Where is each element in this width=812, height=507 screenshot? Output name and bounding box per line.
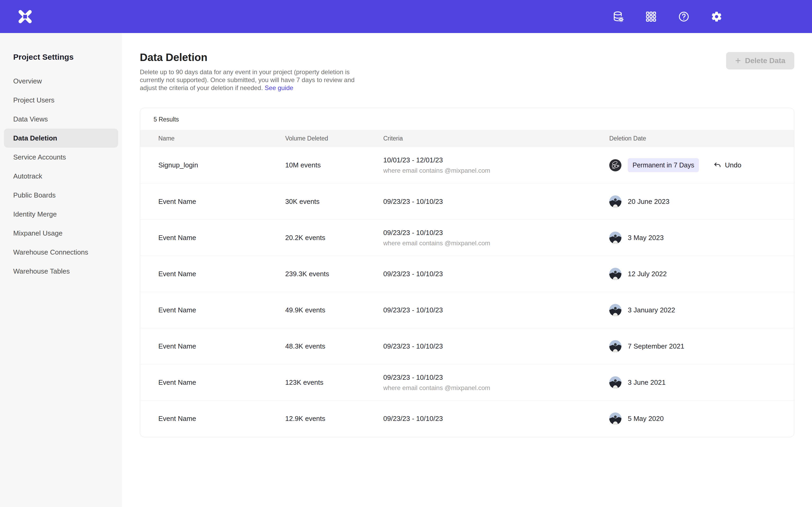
database-gear-icon[interactable] (612, 10, 624, 23)
permanent-badge: Permanent in 7 Days (628, 158, 699, 172)
user-avatar (609, 304, 621, 316)
sidebar-item-label: Project Users (13, 96, 54, 104)
user-avatar (609, 268, 621, 280)
deletion-date: 5 May 2020 (628, 414, 664, 423)
row-deletion-cell: 5 May 2020 (609, 412, 794, 425)
page-description-text: Delete up to 90 days data for any event … (140, 68, 354, 91)
row-criteria-cell: 10/01/23 - 12/01/23 where email contains… (383, 156, 609, 174)
sidebar-item-label: Mixpanel Usage (13, 229, 62, 237)
sidebar-item-label: Overview (13, 77, 42, 85)
row-deletion-cell: 3 May 2023 (609, 232, 794, 244)
deletion-date: 7 September 2021 (628, 342, 684, 350)
table-header-row: Name Volume Deleted Criteria Deletion Da… (140, 130, 794, 147)
row-criteria: 09/23/23 - 10/10/23 (383, 229, 609, 237)
main-content: Data Deletion Delete up to 90 days data … (122, 33, 812, 507)
deletion-table-card: 5 Results Name Volume Deleted Criteria D… (140, 108, 794, 437)
row-deletion-cell: 3 January 2022 (609, 304, 794, 316)
user-avatar (609, 195, 621, 208)
mascot-avatar (609, 159, 621, 171)
row-deletion-cell: Permanent in 7 Days Undo (609, 158, 794, 172)
sidebar-item-label: Identity Merge (13, 210, 57, 218)
table-row: Event Name 30K events 09/23/23 - 10/10/2… (140, 183, 794, 219)
sidebar-item-data-views[interactable]: Data Views (4, 110, 118, 129)
row-deletion-cell: 3 June 2021 (609, 376, 794, 388)
sidebar-item-identity-merge[interactable]: Identity Merge (4, 205, 118, 224)
sidebar-nav: OverviewProject UsersData ViewsData Dele… (0, 71, 122, 281)
delete-data-label: Delete Data (745, 57, 785, 65)
user-avatar (609, 412, 621, 425)
sidebar-item-data-deletion[interactable]: Data Deletion (4, 129, 118, 148)
sidebar: Project Settings OverviewProject UsersDa… (0, 33, 122, 507)
deletion-date: 3 January 2022 (628, 306, 675, 314)
sidebar-item-public-boards[interactable]: Public Boards (4, 186, 118, 205)
sidebar-item-warehouse-connections[interactable]: Warehouse Connections (4, 243, 118, 262)
row-criteria: 09/23/23 - 10/10/23 (383, 342, 609, 350)
row-criteria-detail: where email contains @mixpanel.com (383, 384, 609, 392)
sidebar-item-label: Service Accounts (13, 153, 66, 161)
delete-data-button[interactable]: + Delete Data (726, 52, 794, 69)
page-head: Data Deletion Delete up to 90 days data … (140, 52, 794, 92)
table-row: Event Name 49.9K events 09/23/23 - 10/10… (140, 292, 794, 328)
results-count: 5 Results (140, 108, 794, 130)
row-volume: 239.3K events (285, 270, 383, 278)
column-header-criteria: Criteria (383, 135, 609, 142)
row-criteria-cell: 09/23/23 - 10/10/23 (383, 306, 609, 314)
column-header-volume: Volume Deleted (285, 135, 383, 142)
row-criteria-detail: where email contains @mixpanel.com (383, 239, 609, 247)
sidebar-item-mixpanel-usage[interactable]: Mixpanel Usage (4, 224, 118, 243)
row-criteria: 09/23/23 - 10/10/23 (383, 198, 609, 206)
row-criteria: 09/23/23 - 10/10/23 (383, 306, 609, 314)
row-volume: 10M events (285, 161, 383, 169)
undo-button[interactable]: Undo (713, 161, 741, 170)
topbar-icons (612, 10, 723, 23)
sidebar-item-label: Warehouse Connections (13, 248, 88, 257)
row-criteria-cell: 09/23/23 - 10/10/23 (383, 198, 609, 206)
see-guide-link[interactable]: See guide (265, 84, 293, 91)
table-row: Event Name 48.3K events 09/23/23 - 10/10… (140, 328, 794, 364)
row-name: Event Name (158, 306, 285, 314)
table-row: Event Name 20.2K events 09/23/23 - 10/10… (140, 219, 794, 256)
sidebar-item-overview[interactable]: Overview (4, 71, 118, 91)
sidebar-item-service-accounts[interactable]: Service Accounts (4, 148, 118, 167)
mixpanel-logo[interactable] (17, 9, 33, 24)
sidebar-item-label: Warehouse Tables (13, 267, 70, 275)
row-criteria: 09/23/23 - 10/10/23 (383, 374, 609, 382)
user-avatar (609, 232, 621, 244)
sidebar-item-label: Data Deletion (13, 134, 57, 142)
column-header-name: Name (158, 135, 285, 142)
row-deletion-cell: 20 June 2023 (609, 195, 794, 208)
undo-icon (713, 161, 722, 170)
user-avatar (609, 376, 621, 388)
sidebar-item-warehouse-tables[interactable]: Warehouse Tables (4, 262, 118, 281)
settings-icon[interactable] (710, 10, 723, 23)
row-deletion-cell: 12 July 2022 (609, 268, 794, 280)
row-criteria-cell: 09/23/23 - 10/10/23 (383, 342, 609, 350)
deletion-date: 3 June 2021 (628, 378, 666, 387)
row-name: Event Name (158, 342, 285, 350)
row-name: Signup_login (158, 161, 285, 169)
page-title: Data Deletion (140, 52, 372, 63)
user-avatar (609, 340, 621, 352)
sidebar-title: Project Settings (13, 53, 122, 61)
table-row: Event Name 12.9K events 09/23/23 - 10/10… (140, 400, 794, 437)
apps-grid-icon[interactable] (645, 10, 657, 23)
row-volume: 49.9K events (285, 306, 383, 314)
help-icon[interactable] (677, 10, 690, 23)
row-volume: 12.9K events (285, 414, 383, 423)
row-name: Event Name (158, 414, 285, 423)
row-name: Event Name (158, 378, 285, 387)
topbar (0, 0, 812, 33)
deletion-date: 3 May 2023 (628, 234, 664, 242)
sidebar-item-autotrack[interactable]: Autotrack (4, 167, 118, 186)
sidebar-item-project-users[interactable]: Project Users (4, 91, 118, 110)
page-description: Delete up to 90 days data for any event … (140, 68, 372, 92)
row-criteria: 09/23/23 - 10/10/23 (383, 414, 609, 423)
table-row: Event Name 123K events 09/23/23 - 10/10/… (140, 364, 794, 400)
row-volume: 20.2K events (285, 234, 383, 242)
deletion-date: 20 June 2023 (628, 198, 669, 206)
sidebar-item-label: Public Boards (13, 191, 55, 200)
row-criteria-cell: 09/23/23 - 10/10/23 (383, 270, 609, 278)
row-volume: 123K events (285, 378, 383, 387)
row-criteria-cell: 09/23/23 - 10/10/23 (383, 414, 609, 423)
column-header-deletion-date: Deletion Date (609, 135, 794, 142)
